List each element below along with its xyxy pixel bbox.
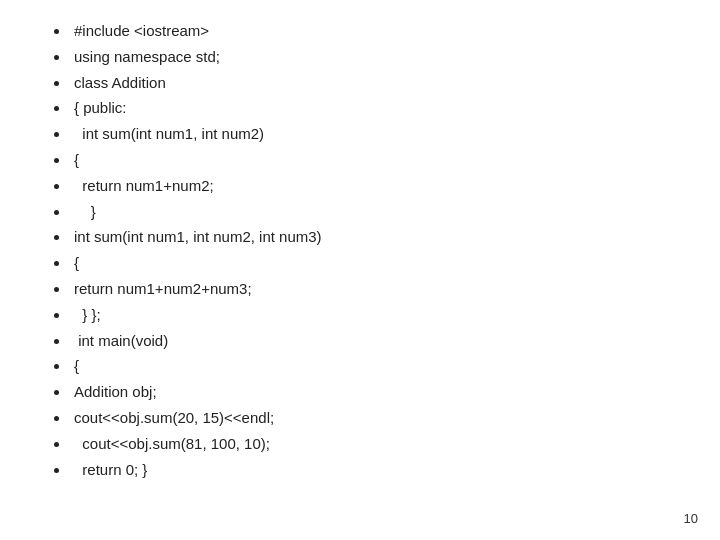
page-number: 10: [684, 511, 698, 526]
list-item: cout<<obj.sum(81, 100, 10);: [70, 431, 690, 457]
list-item: {: [70, 250, 690, 276]
list-item: using namespace std;: [70, 44, 690, 70]
list-item: int sum(int num1, int num2): [70, 121, 690, 147]
list-item: int sum(int num1, int num2, int num3): [70, 224, 690, 250]
list-item: return num1+num2+num3;: [70, 276, 690, 302]
list-item: {: [70, 353, 690, 379]
list-item: cout<<obj.sum(20, 15)<<endl;: [70, 405, 690, 431]
code-block: #include <iostream>using namespace std;c…: [30, 18, 690, 482]
list-item: int main(void): [70, 328, 690, 354]
list-item: Addition obj;: [70, 379, 690, 405]
list-item: } };: [70, 302, 690, 328]
list-item: return num1+num2;: [70, 173, 690, 199]
list-item: }: [70, 199, 690, 225]
list-item: return 0; }: [70, 457, 690, 483]
list-item: class Addition: [70, 70, 690, 96]
list-item: #include <iostream>: [70, 18, 690, 44]
content-area: #include <iostream>using namespace std;c…: [0, 0, 720, 502]
list-item: {: [70, 147, 690, 173]
list-item: { public:: [70, 95, 690, 121]
